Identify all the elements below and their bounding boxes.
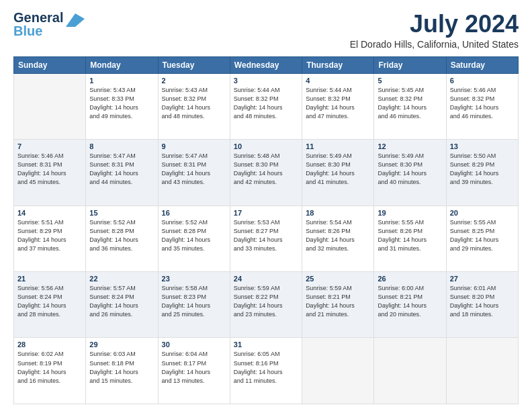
calendar-week-row: 28Sunrise: 6:02 AM Sunset: 8:19 PM Dayli… [14,338,519,404]
day-number: 12 [378,142,442,150]
day-info: Sunrise: 5:51 AM Sunset: 8:29 PM Dayligh… [17,218,82,253]
table-row: 12Sunrise: 5:49 AM Sunset: 8:30 PM Dayli… [374,140,446,205]
table-row: 11Sunrise: 5:49 AM Sunset: 8:30 PM Dayli… [302,140,374,205]
day-info: Sunrise: 5:54 AM Sunset: 8:26 PM Dayligh… [306,218,370,253]
day-info: Sunrise: 5:45 AM Sunset: 8:32 PM Dayligh… [378,86,442,121]
header: General Blue July 2024 El Dorado Hills, … [13,11,519,50]
day-info: Sunrise: 5:59 AM Sunset: 8:22 PM Dayligh… [234,284,298,319]
table-row: 27Sunrise: 6:01 AM Sunset: 8:20 PM Dayli… [446,272,518,338]
table-row: 30Sunrise: 6:04 AM Sunset: 8:17 PM Dayli… [158,338,230,404]
day-number: 14 [17,209,82,217]
day-number: 7 [17,142,82,150]
table-row: 10Sunrise: 5:48 AM Sunset: 8:30 PM Dayli… [230,140,302,205]
day-info: Sunrise: 5:44 AM Sunset: 8:32 PM Dayligh… [234,86,298,121]
day-info: Sunrise: 5:48 AM Sunset: 8:30 PM Dayligh… [234,152,298,187]
table-row: 21Sunrise: 5:56 AM Sunset: 8:24 PM Dayli… [14,272,86,338]
day-number: 16 [162,209,226,217]
table-row: 4Sunrise: 5:44 AM Sunset: 8:32 PM Daylig… [302,73,374,139]
table-row: 28Sunrise: 6:02 AM Sunset: 8:19 PM Dayli… [14,338,86,404]
table-row: 29Sunrise: 6:03 AM Sunset: 8:18 PM Dayli… [86,338,158,404]
page: General Blue July 2024 El Dorado Hills, … [0,0,532,411]
day-number: 24 [234,275,298,283]
day-info: Sunrise: 5:43 AM Sunset: 8:33 PM Dayligh… [89,86,154,121]
calendar-week-row: 21Sunrise: 5:56 AM Sunset: 8:24 PM Dayli… [14,272,519,338]
calendar-table: Sunday Monday Tuesday Wednesday Thursday… [13,56,519,404]
day-info: Sunrise: 5:55 AM Sunset: 8:26 PM Dayligh… [378,218,442,253]
day-number: 15 [89,209,154,217]
day-number: 18 [306,209,370,217]
logo-general: General [13,10,63,25]
col-wednesday: Wednesday [230,56,302,73]
table-row: 6Sunrise: 5:46 AM Sunset: 8:32 PM Daylig… [446,73,518,139]
day-info: Sunrise: 6:02 AM Sunset: 8:19 PM Dayligh… [17,350,82,385]
day-number: 9 [162,142,226,150]
calendar-header-row: Sunday Monday Tuesday Wednesday Thursday… [14,56,519,73]
day-info: Sunrise: 6:04 AM Sunset: 8:17 PM Dayligh… [162,350,226,385]
calendar-week-row: 14Sunrise: 5:51 AM Sunset: 8:29 PM Dayli… [14,205,519,271]
col-friday: Friday [374,56,446,73]
table-row: 1Sunrise: 5:43 AM Sunset: 8:33 PM Daylig… [86,73,158,139]
day-info: Sunrise: 6:05 AM Sunset: 8:16 PM Dayligh… [234,350,298,385]
table-row: 5Sunrise: 5:45 AM Sunset: 8:32 PM Daylig… [374,73,446,139]
table-row: 16Sunrise: 5:52 AM Sunset: 8:28 PM Dayli… [158,205,230,271]
day-info: Sunrise: 6:03 AM Sunset: 8:18 PM Dayligh… [89,350,154,385]
table-row: 18Sunrise: 5:54 AM Sunset: 8:26 PM Dayli… [302,205,374,271]
day-number: 30 [162,340,226,349]
day-info: Sunrise: 5:46 AM Sunset: 8:31 PM Dayligh… [17,152,82,187]
day-info: Sunrise: 5:49 AM Sunset: 8:30 PM Dayligh… [378,152,442,187]
day-number: 22 [89,275,154,283]
day-number: 2 [162,77,226,85]
col-sunday: Sunday [14,56,86,73]
day-info: Sunrise: 5:59 AM Sunset: 8:21 PM Dayligh… [306,284,370,319]
location: El Dorado Hills, California, United Stat… [350,39,519,50]
calendar-week-row: 7Sunrise: 5:46 AM Sunset: 8:31 PM Daylig… [14,140,519,205]
day-info: Sunrise: 6:01 AM Sunset: 8:20 PM Dayligh… [450,284,515,319]
table-row: 8Sunrise: 5:47 AM Sunset: 8:31 PM Daylig… [86,140,158,205]
day-number: 6 [450,77,515,85]
day-number: 11 [306,142,370,150]
table-row: 19Sunrise: 5:55 AM Sunset: 8:26 PM Dayli… [374,205,446,271]
day-info: Sunrise: 5:55 AM Sunset: 8:25 PM Dayligh… [450,218,515,253]
table-row: 26Sunrise: 6:00 AM Sunset: 8:21 PM Dayli… [374,272,446,338]
day-info: Sunrise: 5:53 AM Sunset: 8:27 PM Dayligh… [234,218,298,253]
day-number: 21 [17,275,82,283]
table-row: 20Sunrise: 5:55 AM Sunset: 8:25 PM Dayli… [446,205,518,271]
day-number: 25 [306,275,370,283]
calendar-week-row: 1Sunrise: 5:43 AM Sunset: 8:33 PM Daylig… [14,73,519,139]
month-year: July 2024 [350,11,519,38]
day-number: 17 [234,209,298,217]
day-info: Sunrise: 5:52 AM Sunset: 8:28 PM Dayligh… [89,218,154,253]
day-info: Sunrise: 6:00 AM Sunset: 8:21 PM Dayligh… [378,284,442,319]
table-row: 13Sunrise: 5:50 AM Sunset: 8:29 PM Dayli… [446,140,518,205]
table-row: 15Sunrise: 5:52 AM Sunset: 8:28 PM Dayli… [86,205,158,271]
day-number: 26 [378,275,442,283]
day-info: Sunrise: 5:50 AM Sunset: 8:29 PM Dayligh… [450,152,515,187]
day-number: 28 [17,340,82,349]
table-row: 7Sunrise: 5:46 AM Sunset: 8:31 PM Daylig… [14,140,86,205]
day-number: 1 [89,77,154,85]
day-number: 20 [450,209,515,217]
day-info: Sunrise: 5:49 AM Sunset: 8:30 PM Dayligh… [306,152,370,187]
col-saturday: Saturday [446,56,518,73]
day-info: Sunrise: 5:46 AM Sunset: 8:32 PM Dayligh… [450,86,515,121]
day-number: 27 [450,275,515,283]
table-row [302,338,374,404]
day-info: Sunrise: 5:44 AM Sunset: 8:32 PM Dayligh… [306,86,370,121]
day-number: 3 [234,77,298,85]
day-number: 31 [234,340,298,349]
day-number: 29 [89,340,154,349]
day-info: Sunrise: 5:47 AM Sunset: 8:31 PM Dayligh… [162,152,226,187]
col-monday: Monday [86,56,158,73]
day-number: 23 [162,275,226,283]
logo: General Blue [13,11,85,38]
day-info: Sunrise: 5:43 AM Sunset: 8:32 PM Dayligh… [162,86,226,121]
table-row: 9Sunrise: 5:47 AM Sunset: 8:31 PM Daylig… [158,140,230,205]
day-info: Sunrise: 5:57 AM Sunset: 8:24 PM Dayligh… [89,284,154,319]
table-row: 25Sunrise: 5:59 AM Sunset: 8:21 PM Dayli… [302,272,374,338]
table-row: 3Sunrise: 5:44 AM Sunset: 8:32 PM Daylig… [230,73,302,139]
table-row [374,338,446,404]
table-row: 24Sunrise: 5:59 AM Sunset: 8:22 PM Dayli… [230,272,302,338]
day-number: 19 [378,209,442,217]
svg-marker-0 [66,13,85,27]
title-section: July 2024 El Dorado Hills, California, U… [350,11,519,50]
